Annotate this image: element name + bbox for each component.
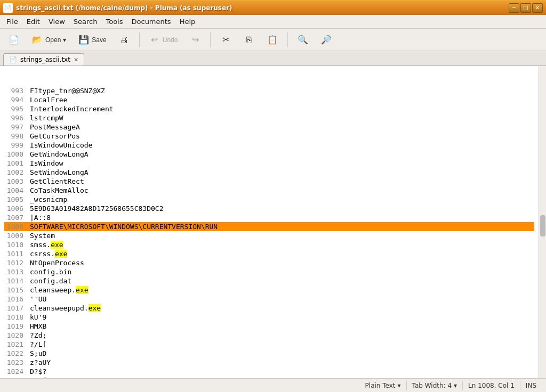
tab-width-label: Tab Width: 4	[412, 382, 452, 389]
maximize-button[interactable]: □	[520, 3, 531, 13]
line-number: 1004	[4, 186, 23, 195]
close-button[interactable]: ✕	[532, 3, 543, 13]
undo-button[interactable]: ↩ Undo	[144, 31, 183, 48]
line-content: U>c{	[30, 376, 46, 378]
save-label: Save	[92, 36, 106, 44]
table-row: 1004CoTaskMemAlloc	[4, 186, 534, 195]
save-button[interactable]: 💾 Save	[73, 31, 111, 48]
table-row: 1003GetClientRect	[4, 177, 534, 186]
position-status: Ln 1008, Col 1	[463, 381, 520, 390]
line-content: config.bin	[30, 267, 71, 276]
insert-label: INS	[526, 382, 536, 389]
open-button[interactable]: 📂 Open ▾	[27, 31, 71, 48]
title-bar-left: 📄 strings_ascii.txt (/home/caine/dump) -…	[3, 3, 232, 13]
line-number: 1024	[4, 367, 23, 376]
table-row: 997PostMessageA	[4, 123, 534, 132]
table-row: 1001IsWindow	[4, 159, 534, 168]
scrollbar-thumb[interactable]	[540, 215, 545, 236]
table-row: 994LocalFree	[4, 95, 534, 104]
editor-scroll[interactable]: 993FItype_tnr@@SNZ@XZ994LocalFree995Inte…	[0, 66, 539, 378]
table-row: 1019HMXB	[4, 322, 534, 331]
line-number: 1023	[4, 358, 23, 367]
table-row: 999IsWindowUnicode	[4, 141, 534, 150]
open-label: Open	[45, 36, 61, 44]
print-button[interactable]: 🖨	[114, 31, 135, 48]
tab-width-arrow: ▾	[454, 382, 457, 389]
line-content: FItype_tnr@@SNZ@XZ	[30, 86, 105, 95]
line-content: LocalFree	[30, 95, 67, 104]
find-icon: 🔍	[297, 34, 309, 46]
table-row: 1005_wcsnicmp	[4, 195, 534, 204]
line-content: 5E9D63A019482A8D172568655C83D0C2	[30, 204, 163, 213]
file-tab[interactable]: 📄 strings_ascii.txt ✕	[3, 53, 84, 66]
line-content: config.dat	[30, 276, 71, 285]
redo-icon: ↪	[189, 34, 201, 46]
copy-button[interactable]: ⎘	[238, 31, 260, 48]
menu-item-search[interactable]: Search	[69, 16, 102, 27]
table-row: 1014config.dat	[4, 276, 534, 285]
replace-button[interactable]: 🔎	[316, 31, 337, 48]
line-number: 1008	[4, 222, 23, 231]
open-icon: 📂	[31, 34, 43, 46]
table-row: 1020?Zd;	[4, 331, 534, 340]
line-content: IsWindow	[30, 159, 63, 168]
tab-width-status[interactable]: Tab Width: 4 ▾	[407, 381, 463, 390]
line-number: 1009	[4, 231, 23, 240]
line-number: 1012	[4, 258, 23, 267]
redo-button[interactable]: ↪	[184, 31, 206, 48]
menu-item-tools[interactable]: Tools	[101, 16, 127, 27]
line-number: 1015	[4, 285, 23, 295]
line-number: 1018	[4, 313, 23, 322]
line-content: lstrcmpW	[30, 113, 63, 123]
menu-item-view[interactable]: View	[44, 16, 69, 27]
minimize-button[interactable]: ─	[509, 3, 519, 13]
table-row: 1015cleansweep.exe	[4, 285, 534, 295]
line-number: 998	[4, 132, 23, 141]
position-label: Ln 1008, Col 1	[468, 382, 515, 389]
menu-item-file[interactable]: File	[2, 16, 22, 27]
line-content: ''UU	[30, 295, 46, 304]
line-content: D?$?	[30, 367, 46, 376]
line-number: 1019	[4, 322, 23, 331]
table-row: 1018kU'9	[4, 313, 534, 322]
line-number: 995	[4, 104, 23, 113]
table-row: 993FItype_tnr@@SNZ@XZ	[4, 86, 534, 95]
line-number: 1003	[4, 177, 23, 186]
table-row: 1013config.bin	[4, 267, 534, 276]
table-row: 1012NtOpenProcess	[4, 258, 534, 267]
line-content: |A::8	[30, 213, 51, 222]
table-row: 998GetCursorPos	[4, 132, 534, 141]
plain-text-label: Plain Text	[365, 382, 396, 389]
table-row: 995InterlockedIncrement	[4, 104, 534, 113]
table-row: 996lstrcmpW	[4, 113, 534, 123]
print-icon: 🖨	[118, 34, 130, 46]
paste-button[interactable]: 📋	[262, 31, 283, 48]
line-content: GetWindowLongA	[30, 150, 89, 159]
find-button[interactable]: 🔍	[292, 31, 314, 48]
highlighted-word: exe	[51, 241, 63, 249]
line-content: System	[30, 231, 55, 240]
line-content: ?Zd;	[30, 331, 46, 340]
menu-item-documents[interactable]: Documents	[127, 16, 175, 27]
replace-icon: 🔎	[320, 34, 332, 46]
copy-icon: ⎘	[243, 34, 255, 46]
menu-item-edit[interactable]: Edit	[22, 16, 44, 27]
scrollbar-right[interactable]	[539, 66, 546, 378]
table-row: 1017cleansweepupd.exe	[4, 304, 534, 313]
cut-button[interactable]: ✂	[215, 31, 236, 48]
tab-close-button[interactable]: ✕	[74, 56, 78, 63]
menu-item-help[interactable]: Help	[175, 16, 200, 27]
table-row: 1010smss.exe	[4, 240, 534, 249]
line-content: HMXB	[30, 322, 46, 331]
line-number: 997	[4, 123, 23, 132]
plain-text-status[interactable]: Plain Text ▾	[360, 381, 407, 390]
line-number: 1002	[4, 168, 23, 177]
line-number: 1010	[4, 240, 23, 249]
line-content: GetCursorPos	[30, 132, 80, 141]
line-number: 1016	[4, 295, 23, 304]
line-number: 999	[4, 141, 23, 150]
tab-bar: 📄 strings_ascii.txt ✕	[0, 51, 546, 66]
line-number: 1007	[4, 213, 23, 222]
table-row: 1000GetWindowLongA	[4, 150, 534, 159]
new-button[interactable]: 📄	[3, 31, 25, 48]
